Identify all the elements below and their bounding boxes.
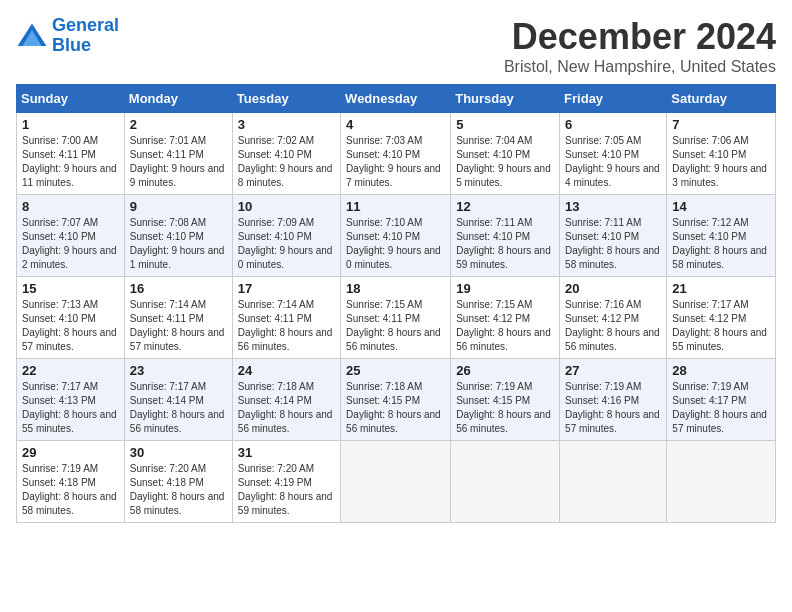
table-row: 3Sunrise: 7:02 AMSunset: 4:10 PMDaylight… [232, 113, 340, 195]
subtitle: Bristol, New Hampshire, United States [504, 58, 776, 76]
table-row: 23Sunrise: 7:17 AMSunset: 4:14 PMDayligh… [124, 359, 232, 441]
header-thursday: Thursday [451, 85, 560, 113]
table-row: 20Sunrise: 7:16 AMSunset: 4:12 PMDayligh… [560, 277, 667, 359]
table-row: 6Sunrise: 7:05 AMSunset: 4:10 PMDaylight… [560, 113, 667, 195]
table-row: 25Sunrise: 7:18 AMSunset: 4:15 PMDayligh… [341, 359, 451, 441]
header-wednesday: Wednesday [341, 85, 451, 113]
table-row: 28Sunrise: 7:19 AMSunset: 4:17 PMDayligh… [667, 359, 776, 441]
title-section: December 2024 Bristol, New Hampshire, Un… [504, 16, 776, 76]
header-tuesday: Tuesday [232, 85, 340, 113]
table-row: 10Sunrise: 7:09 AMSunset: 4:10 PMDayligh… [232, 195, 340, 277]
table-row [451, 441, 560, 523]
table-row: 7Sunrise: 7:06 AMSunset: 4:10 PMDaylight… [667, 113, 776, 195]
calendar-table: Sunday Monday Tuesday Wednesday Thursday… [16, 84, 776, 523]
logo-icon [16, 22, 48, 50]
header-saturday: Saturday [667, 85, 776, 113]
calendar-header-row: Sunday Monday Tuesday Wednesday Thursday… [17, 85, 776, 113]
table-row: 21Sunrise: 7:17 AMSunset: 4:12 PMDayligh… [667, 277, 776, 359]
table-row: 22Sunrise: 7:17 AMSunset: 4:13 PMDayligh… [17, 359, 125, 441]
table-row: 4Sunrise: 7:03 AMSunset: 4:10 PMDaylight… [341, 113, 451, 195]
table-row: 11Sunrise: 7:10 AMSunset: 4:10 PMDayligh… [341, 195, 451, 277]
table-row: 27Sunrise: 7:19 AMSunset: 4:16 PMDayligh… [560, 359, 667, 441]
table-row: 5Sunrise: 7:04 AMSunset: 4:10 PMDaylight… [451, 113, 560, 195]
table-row: 24Sunrise: 7:18 AMSunset: 4:14 PMDayligh… [232, 359, 340, 441]
table-row: 13Sunrise: 7:11 AMSunset: 4:10 PMDayligh… [560, 195, 667, 277]
table-row: 2Sunrise: 7:01 AMSunset: 4:11 PMDaylight… [124, 113, 232, 195]
table-row: 31Sunrise: 7:20 AMSunset: 4:19 PMDayligh… [232, 441, 340, 523]
page-header: General Blue December 2024 Bristol, New … [16, 16, 776, 76]
table-row: 29Sunrise: 7:19 AMSunset: 4:18 PMDayligh… [17, 441, 125, 523]
table-row: 16Sunrise: 7:14 AMSunset: 4:11 PMDayligh… [124, 277, 232, 359]
table-row: 17Sunrise: 7:14 AMSunset: 4:11 PMDayligh… [232, 277, 340, 359]
table-row: 9Sunrise: 7:08 AMSunset: 4:10 PMDaylight… [124, 195, 232, 277]
table-row: 12Sunrise: 7:11 AMSunset: 4:10 PMDayligh… [451, 195, 560, 277]
table-row: 18Sunrise: 7:15 AMSunset: 4:11 PMDayligh… [341, 277, 451, 359]
table-row: 26Sunrise: 7:19 AMSunset: 4:15 PMDayligh… [451, 359, 560, 441]
header-monday: Monday [124, 85, 232, 113]
logo-text: General Blue [52, 16, 119, 56]
header-friday: Friday [560, 85, 667, 113]
table-row: 30Sunrise: 7:20 AMSunset: 4:18 PMDayligh… [124, 441, 232, 523]
table-row: 19Sunrise: 7:15 AMSunset: 4:12 PMDayligh… [451, 277, 560, 359]
header-sunday: Sunday [17, 85, 125, 113]
table-row: 14Sunrise: 7:12 AMSunset: 4:10 PMDayligh… [667, 195, 776, 277]
table-row [341, 441, 451, 523]
table-row [667, 441, 776, 523]
main-title: December 2024 [504, 16, 776, 58]
table-row [560, 441, 667, 523]
table-row: 1Sunrise: 7:00 AMSunset: 4:11 PMDaylight… [17, 113, 125, 195]
table-row: 8Sunrise: 7:07 AMSunset: 4:10 PMDaylight… [17, 195, 125, 277]
logo: General Blue [16, 16, 119, 56]
table-row: 15Sunrise: 7:13 AMSunset: 4:10 PMDayligh… [17, 277, 125, 359]
